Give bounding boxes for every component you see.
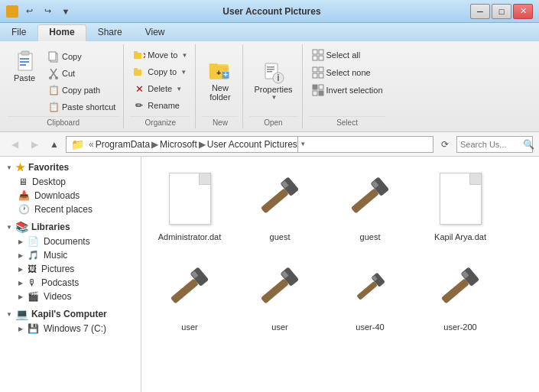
svg-point-9 bbox=[49, 76, 52, 79]
forward-button[interactable]: ▶ bbox=[26, 136, 43, 153]
computer-icon: 💻 bbox=[15, 308, 28, 320]
videos-icon: 🎬 bbox=[28, 291, 39, 302]
close-button[interactable]: ✕ bbox=[513, 4, 533, 19]
computer-header[interactable]: ▼ 💻 Kapil's Computer bbox=[0, 306, 141, 322]
qat-back[interactable]: ↩ bbox=[21, 5, 37, 18]
new-folder-label: Newfolder bbox=[209, 83, 231, 102]
select-none-button[interactable]: Select none bbox=[309, 65, 374, 80]
file-thumb-guest1 bbox=[249, 168, 310, 229]
rename-label: Rename bbox=[148, 101, 180, 110]
file-item-user1[interactable]: user bbox=[148, 253, 232, 337]
copy-path-label: Copy path bbox=[62, 86, 100, 95]
properties-arrow: ▼ bbox=[271, 94, 278, 101]
sidebar-item-cdrive[interactable]: ▶ 💾 Windows 7 (C:) bbox=[0, 322, 141, 335]
sidebar-item-desktop[interactable]: 🖥 Desktop bbox=[0, 175, 141, 189]
sidebar-item-videos[interactable]: ▶ 🎬 Videos bbox=[0, 290, 141, 303]
properties-label: Properties bbox=[254, 85, 292, 94]
delete-button[interactable]: ✕ Delete ▼ bbox=[130, 81, 185, 96]
address-path[interactable]: 📁 « ProgramData ▶ Microsoft ▶ User Accou… bbox=[66, 136, 433, 153]
delete-arrow: ▼ bbox=[176, 86, 182, 92]
svg-rect-38 bbox=[319, 85, 323, 89]
select-all-icon bbox=[312, 49, 324, 61]
paste-button[interactable]: Paste bbox=[8, 46, 41, 86]
downloads-icon: 📥 bbox=[18, 190, 30, 201]
file-label-user200: user-200 bbox=[443, 322, 476, 332]
svg-rect-40 bbox=[260, 188, 288, 213]
svg-rect-39 bbox=[319, 91, 323, 96]
podcasts-triangle: ▶ bbox=[18, 280, 23, 287]
up-button[interactable]: ▲ bbox=[46, 136, 63, 153]
copy-to-button[interactable]: Copy to ▼ bbox=[130, 64, 190, 79]
hammer-svg-user2 bbox=[252, 261, 309, 318]
select-all-button[interactable]: Select all bbox=[309, 47, 364, 63]
file-item-user200[interactable]: user-200 bbox=[418, 253, 502, 337]
downloads-label: Downloads bbox=[34, 190, 80, 201]
svg-rect-14 bbox=[134, 70, 141, 76]
file-item-user2[interactable]: user bbox=[238, 253, 322, 337]
path-microsoft: Microsoft bbox=[160, 139, 197, 150]
documents-triangle: ▶ bbox=[18, 238, 23, 245]
qat-forward[interactable]: ↪ bbox=[40, 5, 55, 18]
file-area[interactable]: Administrator.dat guest bbox=[141, 157, 539, 392]
tab-home[interactable]: Home bbox=[37, 24, 86, 41]
properties-button[interactable]: i Properties ▼ bbox=[249, 57, 297, 104]
copy-button[interactable]: Copy bbox=[44, 49, 119, 64]
svg-rect-43 bbox=[350, 188, 378, 213]
search-input[interactable] bbox=[460, 140, 521, 149]
favorites-header[interactable]: ▼ ★ Favorites bbox=[0, 160, 141, 175]
move-to-button[interactable]: ✕ Move to ▼ bbox=[130, 47, 190, 63]
move-to-icon: ✕ bbox=[133, 49, 145, 61]
sidebar-item-pictures[interactable]: ▶ 🖼 Pictures bbox=[0, 262, 141, 276]
svg-rect-24 bbox=[267, 69, 274, 70]
svg-rect-33 bbox=[313, 73, 317, 78]
copy-to-arrow: ▼ bbox=[180, 69, 187, 76]
sidebar-item-music[interactable]: ▶ 🎵 Music bbox=[0, 248, 141, 262]
new-folder-button[interactable]: + + Newfolder bbox=[203, 56, 237, 105]
file-item-kapil[interactable]: Kapil Arya.dat bbox=[418, 163, 502, 247]
recent-label: Recent places bbox=[34, 204, 93, 215]
copy-path-button[interactable]: 📋 Copy path bbox=[44, 83, 119, 98]
path-programdata: ProgramData bbox=[96, 139, 150, 150]
file-item-guest1[interactable]: guest bbox=[238, 163, 322, 247]
back-button[interactable]: ◀ bbox=[6, 136, 23, 153]
sidebar-item-documents[interactable]: ▶ 📄 Documents bbox=[0, 235, 141, 248]
tab-file[interactable]: File bbox=[0, 24, 37, 41]
file-item-user40[interactable]: user-40 bbox=[328, 253, 412, 337]
desktop-label: Desktop bbox=[32, 177, 66, 187]
sidebar-item-podcasts[interactable]: ▶ 🎙 Podcasts bbox=[0, 276, 141, 290]
tab-share[interactable]: Share bbox=[86, 24, 134, 41]
svg-rect-46 bbox=[170, 278, 198, 303]
cut-button[interactable]: Cut bbox=[44, 66, 119, 81]
invert-selection-button[interactable]: Invert selection bbox=[309, 83, 386, 98]
app-icon bbox=[6, 5, 18, 18]
file-label-kapil: Kapil Arya.dat bbox=[434, 232, 486, 241]
main-area: ▼ ★ Favorites 🖥 Desktop 📥 Downloads 🕐 Re… bbox=[0, 157, 539, 392]
sidebar-item-downloads[interactable]: 📥 Downloads bbox=[0, 189, 141, 202]
delete-icon: ✕ bbox=[133, 83, 145, 95]
svg-rect-4 bbox=[20, 64, 26, 66]
properties-icon: i bbox=[261, 60, 285, 85]
maximize-button[interactable]: □ bbox=[492, 4, 511, 19]
paste-shortcut-button[interactable]: 📋 Paste shortcut bbox=[44, 99, 119, 115]
sidebar-item-recent[interactable]: 🕐 Recent places bbox=[0, 202, 141, 216]
copy-to-label: Copy to bbox=[148, 67, 177, 76]
libraries-triangle: ▼ bbox=[6, 224, 12, 231]
computer-section: ▼ 💻 Kapil's Computer ▶ 💾 Windows 7 (C:) bbox=[0, 306, 141, 335]
path-dropdown-arrow[interactable]: ▼ bbox=[297, 136, 308, 153]
podcasts-icon: 🎙 bbox=[28, 277, 37, 288]
libraries-header[interactable]: ▼ 📚 Libraries bbox=[0, 219, 141, 235]
select-group: Select all Select none Invert selection … bbox=[304, 44, 391, 128]
file-thumb-guest2 bbox=[339, 168, 401, 229]
qat-dropdown[interactable]: ▼ bbox=[58, 5, 73, 18]
file-item-admin[interactable]: Administrator.dat bbox=[148, 163, 232, 247]
svg-rect-49 bbox=[260, 278, 288, 303]
tab-view[interactable]: View bbox=[134, 24, 177, 41]
move-to-arrow: ▼ bbox=[181, 52, 187, 59]
files-grid: Administrator.dat guest bbox=[148, 163, 533, 337]
file-item-guest2[interactable]: guest bbox=[328, 163, 412, 247]
refresh-button[interactable]: ⟳ bbox=[437, 136, 453, 153]
rename-button[interactable]: ✏ Rename bbox=[130, 98, 183, 113]
organize-group: ✕ Move to ▼ Copy to ▼ ✕ Delete ▼ bbox=[125, 44, 196, 128]
minimize-button[interactable]: ─ bbox=[470, 4, 490, 19]
favorites-label: Favorites bbox=[28, 162, 69, 173]
